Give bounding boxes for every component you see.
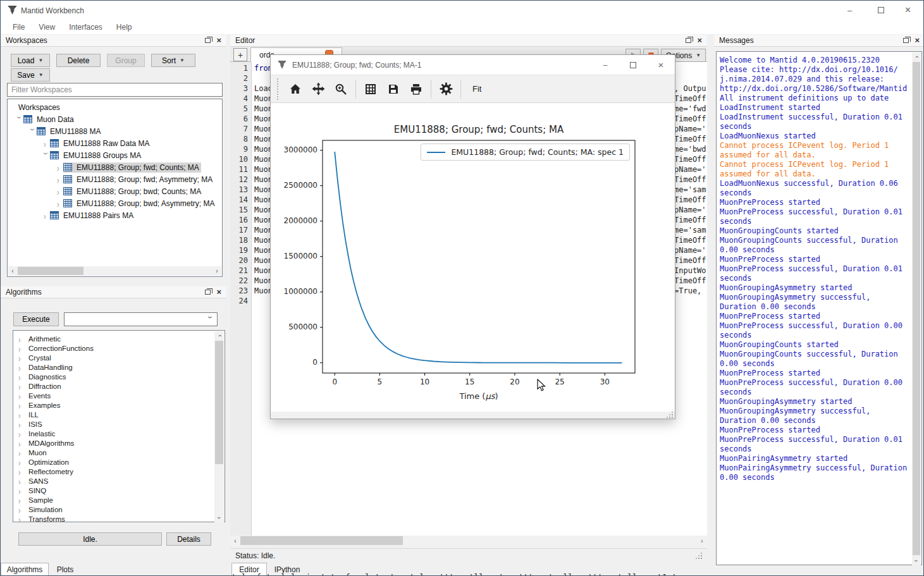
algorithm-category[interactable]: ›ILL bbox=[13, 410, 225, 419]
close-button[interactable]: × bbox=[894, 1, 922, 20]
chevron-right-icon[interactable]: › bbox=[18, 466, 25, 477]
sort-button[interactable]: Sort▼ bbox=[151, 54, 195, 67]
execute-button[interactable]: Execute bbox=[13, 312, 59, 326]
algorithm-category[interactable]: ›ISIS bbox=[13, 419, 225, 429]
algorithm-category[interactable]: ›Inelastic bbox=[13, 429, 225, 438]
menu-file[interactable]: File bbox=[6, 21, 32, 34]
workspace-tree-item[interactable]: ›EMU11888; Group; bwd; Counts; MA bbox=[8, 185, 222, 197]
settings-icon[interactable] bbox=[438, 81, 454, 97]
scroll-right-icon[interactable]: › bbox=[214, 267, 220, 274]
home-icon[interactable] bbox=[287, 81, 304, 97]
new-tab-button[interactable]: + bbox=[233, 48, 247, 61]
float-panel-icon[interactable] bbox=[205, 290, 211, 295]
close-panel-icon[interactable]: × bbox=[915, 37, 920, 44]
chevron-right-icon[interactable]: › bbox=[18, 504, 25, 515]
chevron-down-icon[interactable]: › bbox=[42, 152, 52, 159]
scrollbar-thumb[interactable] bbox=[215, 341, 223, 464]
minimize-button[interactable]: – bbox=[591, 55, 619, 75]
fit-button[interactable]: Fit bbox=[467, 82, 486, 96]
workspace-tree-item[interactable]: ›EMU11888 Pairs MA bbox=[8, 209, 222, 221]
minimize-button[interactable]: – bbox=[835, 1, 864, 20]
chevron-right-icon[interactable]: › bbox=[18, 333, 25, 344]
print-icon[interactable] bbox=[408, 81, 424, 97]
chevron-right-icon[interactable]: › bbox=[18, 513, 25, 524]
algorithm-category[interactable]: ›Muon bbox=[13, 448, 225, 457]
workspace-tree-item[interactable]: ›EMU11888; Group; fwd; Counts; MA bbox=[8, 161, 222, 173]
algorithm-category[interactable]: ›Events bbox=[13, 391, 225, 400]
workspace-tree-item[interactable]: ›Muon Data bbox=[8, 113, 222, 125]
workspace-tree-item[interactable]: ›EMU11888 MA bbox=[8, 125, 222, 137]
chevron-right-icon[interactable]: › bbox=[18, 475, 25, 486]
float-panel-icon[interactable] bbox=[903, 38, 909, 43]
scroll-left-icon[interactable]: ‹ bbox=[9, 267, 16, 274]
algorithm-category[interactable]: ›Sample bbox=[13, 495, 225, 505]
scrollbar-thumb[interactable] bbox=[18, 267, 83, 275]
delete-button[interactable]: Delete bbox=[56, 54, 101, 67]
workspace-tree-item[interactable]: ›EMU11888; Group; fwd; Asymmetry; MA bbox=[8, 173, 222, 185]
chevron-right-icon[interactable]: › bbox=[18, 457, 25, 467]
load-button[interactable]: Load▼ bbox=[11, 54, 50, 67]
chevron-down-icon[interactable]: › bbox=[28, 128, 39, 135]
algorithm-category[interactable]: ›MDAlgorithms bbox=[13, 438, 225, 448]
chevron-right-icon[interactable]: › bbox=[57, 162, 63, 173]
algorithm-category[interactable]: ›Transforms bbox=[13, 514, 225, 524]
chart-legend[interactable]: EMU11888; Group; fwd; Counts; MA: spec 1 bbox=[421, 144, 630, 161]
chevron-right-icon[interactable]: › bbox=[57, 198, 63, 209]
chevron-right-icon[interactable]: › bbox=[44, 138, 50, 149]
tab-algorithms[interactable]: Algorithms bbox=[1, 563, 49, 576]
scroll-down-icon[interactable]: › bbox=[913, 558, 920, 564]
group-button[interactable]: Group bbox=[107, 54, 145, 67]
algorithm-category[interactable]: ›Diffraction bbox=[13, 381, 225, 391]
algorithm-category[interactable]: ›Crystal bbox=[13, 353, 225, 362]
scroll-left-icon[interactable]: ‹ bbox=[232, 537, 238, 544]
scroll-right-icon[interactable]: › bbox=[699, 537, 705, 544]
chevron-down-icon[interactable]: › bbox=[15, 116, 26, 123]
chevron-right-icon[interactable]: › bbox=[18, 362, 25, 372]
chevron-right-icon[interactable]: › bbox=[18, 390, 25, 401]
menu-interfaces[interactable]: Interfaces bbox=[62, 21, 109, 34]
zoom-icon[interactable] bbox=[333, 81, 349, 97]
messages-vscrollbar[interactable]: › › bbox=[912, 52, 921, 565]
algorithm-category[interactable]: ›Examples bbox=[13, 400, 225, 410]
algorithm-category[interactable]: ›Reflectometry bbox=[13, 467, 225, 476]
algorithm-category[interactable]: ›Simulation bbox=[13, 505, 225, 514]
scroll-up-icon[interactable]: › bbox=[913, 54, 920, 60]
algorithm-category[interactable]: ›DataHandling bbox=[13, 362, 225, 372]
algorithm-search-combobox[interactable]: › bbox=[64, 312, 218, 326]
scroll-up-icon[interactable]: › bbox=[216, 333, 223, 340]
workspace-tree-item[interactable]: ›EMU11888 Raw Data MA bbox=[8, 137, 222, 149]
algorithms-vscrollbar[interactable]: › › bbox=[214, 331, 224, 522]
chevron-right-icon[interactable]: › bbox=[18, 428, 25, 439]
maximize-button[interactable] bbox=[619, 55, 647, 75]
pan-icon[interactable] bbox=[310, 81, 326, 97]
workspaces-hscrollbar[interactable]: ‹ › bbox=[8, 266, 221, 276]
plot-window-title-bar[interactable]: EMU11888; Group; fwd; Counts; MA-1 – × bbox=[271, 55, 675, 75]
tab-plots[interactable]: Plots bbox=[49, 563, 82, 576]
algorithm-category[interactable]: ›SANS bbox=[13, 476, 225, 486]
chevron-right-icon[interactable]: › bbox=[18, 371, 25, 382]
algorithm-category[interactable]: ›Arithmetic bbox=[13, 334, 225, 343]
float-panel-icon[interactable] bbox=[686, 38, 691, 43]
maximize-button[interactable] bbox=[866, 1, 895, 20]
chevron-right-icon[interactable]: › bbox=[57, 174, 63, 185]
scrollbar-thumb[interactable] bbox=[240, 536, 403, 545]
chevron-right-icon[interactable]: › bbox=[18, 409, 25, 420]
plot-canvas[interactable]: EMU11888; Group; fwd; Counts; MA EMU1188… bbox=[271, 103, 675, 412]
chevron-right-icon[interactable]: › bbox=[18, 447, 25, 458]
chevron-right-icon[interactable]: › bbox=[18, 343, 25, 353]
messages-log[interactable]: Welcome to Mantid 4.0.20190615.2320Pleas… bbox=[716, 51, 922, 565]
resize-grip[interactable] bbox=[667, 412, 673, 418]
chevron-right-icon[interactable]: › bbox=[18, 381, 25, 391]
algorithm-progress-button[interactable]: Idle. bbox=[18, 532, 162, 546]
algorithm-category[interactable]: ›SINQ bbox=[13, 486, 225, 495]
menu-help[interactable]: Help bbox=[109, 21, 139, 34]
close-button[interactable]: × bbox=[647, 55, 675, 75]
chevron-right-icon[interactable]: › bbox=[44, 210, 50, 221]
close-panel-icon[interactable]: × bbox=[216, 289, 221, 295]
details-button[interactable]: Details bbox=[166, 532, 211, 546]
save-button[interactable]: Save▼ bbox=[11, 68, 50, 82]
close-panel-icon[interactable]: × bbox=[216, 37, 221, 44]
chevron-right-icon[interactable]: › bbox=[18, 352, 25, 363]
algorithm-category[interactable]: ›Optimization bbox=[13, 457, 225, 467]
algorithm-category[interactable]: ›Diagnostics bbox=[13, 372, 225, 381]
